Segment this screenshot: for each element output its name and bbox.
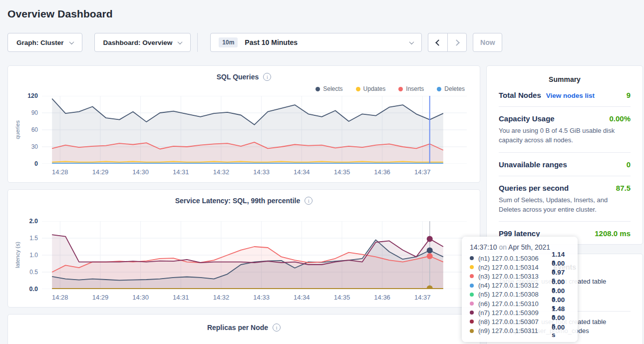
replicas-per-node-title: Replicas per Node [207,324,268,332]
x-tick-label: 14:36 [374,168,390,176]
stat-description: Sum of Selects, Updates, Inserts, and De… [499,196,631,215]
view-nodes-list-link[interactable]: View nodes list [546,92,595,99]
tooltip-on: on [499,243,507,251]
node-address: (n3) 127.0.0.1:50313 [478,273,552,280]
x-tick-label: 14:33 [253,294,270,301]
legend-item-updates[interactable]: Updates [356,85,386,93]
sql-queries-chart: queries 0306090120 [8,96,480,164]
node-color-dot-icon [470,329,474,333]
stat-label: Total Nodes [499,91,541,99]
service-latency-chart: latency (s) 0.00.51.01.52.0 [8,221,480,289]
chart-hover-tooltip: 14:37:10 on Apr 5th, 2021 (n1) 127.0.0.1… [462,237,578,342]
node-latency-value: 0.00 s [552,324,570,339]
tooltip-row: (n9) 127.0.0.1:503110.00 s [470,327,570,336]
x-tick-label: 14:37 [414,294,431,301]
y-tick-label: 1.0 [29,252,38,259]
x-tick-label: 14:30 [132,294,149,301]
legend-label: Inserts [406,85,424,92]
service-latency-title: Service Latency: SQL, 99th percentile [175,197,301,205]
dashboard-select-dropdown[interactable]: Dashboard: Overview [94,33,191,52]
node-color-dot-icon [470,302,474,306]
node-color-dot-icon [470,256,474,260]
chevron-down-icon [178,39,183,44]
legend-item-selects[interactable]: Selects [316,85,342,93]
x-tick-label: 14:28 [52,168,68,176]
tooltip-time: 14:37:10 [470,243,497,251]
legend-dot-icon [316,87,320,91]
time-next-button[interactable] [447,33,467,52]
x-tick-label: 14:31 [173,294,189,301]
x-tick-label: 14:33 [253,168,270,176]
stat-value: 9 [627,91,631,99]
overview-dashboard-page: Overview Dashboard Graph: Cluster Dashbo… [0,0,644,344]
y-tick-label: 30 [31,143,38,150]
x-tick-label: 14:35 [334,168,350,176]
node-color-dot-icon [470,274,474,278]
x-axis-ticks: 14:2814:2914:3014:3114:3214:3314:3414:35… [42,293,467,303]
node-color-dot-icon [470,320,474,324]
y-axis-label: queries [14,120,20,139]
chart-canvas [42,221,467,289]
summary-panel: Summary Total Nodes View nodes list 9 Ca… [486,65,643,245]
stat-description: You are using 0 B of 4.5 GiB usable disk… [499,126,631,145]
node-color-dot-icon [470,265,474,269]
legend-item-inserts[interactable]: Inserts [398,85,424,93]
node-address: (n4) 127.0.0.1:50312 [478,282,552,289]
chevron-right-icon [453,39,460,46]
sql-queries-plot[interactable] [42,96,467,164]
legend-label: Deletes [444,85,465,92]
y-tick-label: 0.5 [29,269,38,276]
y-tick-label: 120 [27,92,38,99]
stat-label: Capacity Usage [499,114,555,123]
node-address: (n2) 127.0.0.1:50314 [478,264,552,271]
stat-total-nodes: Total Nodes View nodes list 9 [499,83,631,107]
stat-value: 1208.0 ms [595,229,631,238]
time-range-dropdown[interactable]: 10m Past 10 Minutes [210,33,422,52]
stat-value: 87.5 [616,184,631,192]
chart-canvas [42,96,467,164]
divider [197,33,198,52]
tooltip-timestamp: 14:37:10 on Apr 5th, 2021 [470,243,570,251]
y-tick-label: 0.0 [29,286,38,293]
node-address: (n7) 127.0.0.1:50309 [478,309,552,317]
y-axis-label: latency (s) [14,242,20,268]
info-icon[interactable] [263,73,271,81]
x-tick-label: 14:29 [92,294,109,301]
tooltip-rows: (n1) 127.0.0.1:503061.14 s(n2) 127.0.0.1… [470,254,570,336]
legend-dot-icon [437,87,441,91]
y-tick-label: 1.5 [29,235,38,242]
dashboard-select-label: Dashboard: Overview [103,39,173,46]
legend-label: Selects [323,85,342,92]
y-tick-label: 2.0 [29,218,38,225]
info-icon[interactable] [305,197,313,205]
x-tick-label: 14:35 [334,294,350,301]
legend-item-deletes[interactable]: Deletes [437,85,465,93]
now-button[interactable]: Now [473,33,502,52]
legend-dot-icon [398,87,403,91]
time-prev-button[interactable] [428,33,447,52]
node-address: (n8) 127.0.0.1:50307 [478,318,552,326]
time-range-label: Past 10 Minutes [245,38,298,46]
x-tick-label: 14:29 [92,168,109,176]
x-tick-label: 14:32 [213,168,230,176]
info-icon[interactable] [273,324,281,332]
x-tick-label: 14:32 [213,294,230,301]
node-address: (n5) 127.0.0.1:50308 [478,291,552,298]
stat-unavailable-ranges: Unavailable ranges 0 [499,153,631,176]
y-axis-ticks: 0306090120 [22,96,42,164]
legend-label: Updates [363,85,386,92]
stat-label: Unavailable ranges [499,160,567,169]
dashboard-controls: Graph: Cluster Dashboard: Overview 10m P… [7,33,644,52]
service-latency-plot[interactable] [42,221,467,289]
x-axis-ticks: 14:2814:2914:3014:3114:3214:3314:3414:35… [42,167,467,177]
graph-scope-dropdown[interactable]: Graph: Cluster [7,33,82,52]
stat-value: 0.00% [609,114,631,123]
node-address: (n6) 127.0.0.1:50310 [478,300,552,308]
x-tick-label: 14:34 [294,168,310,176]
node-color-dot-icon [470,284,474,288]
node-address: (n9) 127.0.0.1:50311 [478,327,552,335]
y-tick-label: 90 [31,109,38,116]
x-tick-label: 14:34 [294,294,310,301]
time-range-badge: 10m [219,37,238,47]
stat-capacity-usage: Capacity Usage 0.00% You are using 0 B o… [499,107,631,153]
